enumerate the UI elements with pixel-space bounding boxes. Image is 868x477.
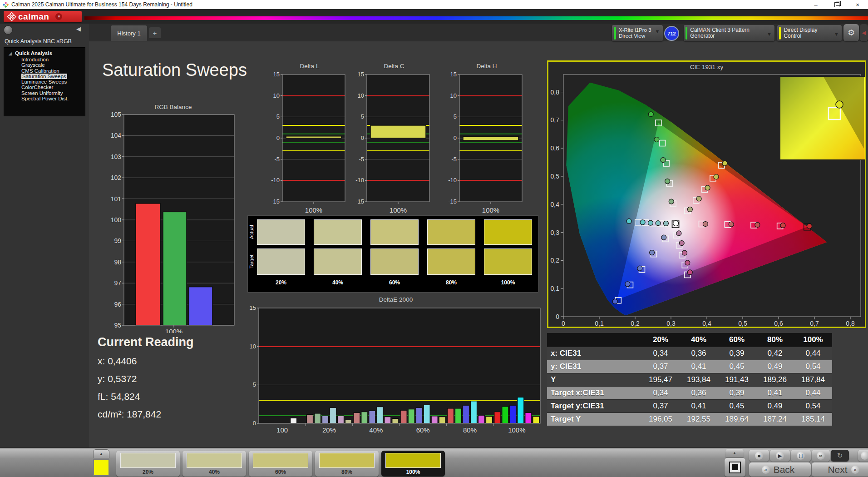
table-cell: 0,45 bbox=[718, 402, 756, 411]
meter-selector[interactable]: X-Rite i1Pro 3Direct View ▼ bbox=[612, 25, 663, 41]
table-cell: 0,37 bbox=[641, 402, 680, 411]
play-button[interactable]: ▶ bbox=[770, 450, 790, 462]
level-label: 100% bbox=[381, 469, 445, 475]
table-cell: 0,41 bbox=[680, 362, 718, 371]
svg-text:10: 10 bbox=[273, 92, 280, 99]
deltae-bar bbox=[361, 412, 368, 423]
sidebar-collapse-icon[interactable]: ◀ bbox=[76, 25, 81, 32]
sidebar-options-button[interactable] bbox=[4, 25, 13, 35]
deltae-bar bbox=[315, 413, 321, 423]
svg-text:100: 100 bbox=[111, 216, 122, 224]
next-chevrons-icon: » bbox=[851, 466, 859, 474]
sidebar-item-spectral-power[interactable]: Spectral Power Dist. bbox=[4, 96, 85, 101]
svg-text:-15: -15 bbox=[271, 198, 280, 205]
svg-text:0,7: 0,7 bbox=[810, 320, 819, 327]
pattern-level-button-20%[interactable]: 20% bbox=[116, 451, 180, 477]
table-cell: 0,49 bbox=[756, 362, 794, 371]
tab-history-1[interactable]: History 1 bbox=[111, 25, 147, 41]
pattern-window-button[interactable] bbox=[725, 458, 745, 477]
pattern-level-button-100%[interactable]: 100% bbox=[381, 451, 445, 477]
reading-fl: fL: 54,824 bbox=[98, 391, 194, 402]
delta-l-chart: Delta L 151050-5-10-15100% bbox=[271, 63, 349, 217]
sidebar-item-introduction[interactable]: Introduction bbox=[4, 57, 85, 62]
pattern-level-button-80%[interactable]: 80% bbox=[315, 451, 379, 477]
pattern-generator-selector[interactable]: CalMAN Client 3 Pattern Generator ▼ bbox=[684, 25, 774, 41]
cie-1931-chart[interactable]: CIE 1931 xy 00,10,20,30,40,50,60,70,800,… bbox=[547, 60, 866, 328]
target-marker bbox=[829, 108, 840, 119]
calman-menu-button[interactable]: calman ▼ bbox=[4, 11, 82, 22]
current-reading: Current Reading x: 0,4406 y: 0,5372 fL: … bbox=[98, 335, 194, 427]
settings-button[interactable]: ⚙ bbox=[843, 24, 859, 41]
svg-text:0: 0 bbox=[562, 320, 565, 327]
sidebar-item-grayscale[interactable]: Grayscale bbox=[4, 62, 85, 68]
sidebar-item-saturation-sweeps[interactable]: Saturation Sweeps bbox=[4, 74, 85, 79]
swatch-target-40% bbox=[314, 248, 362, 275]
pattern-stepper-up-button[interactable]: ▲ bbox=[93, 449, 109, 458]
swatch-row-label: Actual bbox=[249, 219, 256, 245]
collapse-panel-button[interactable]: ◀ bbox=[860, 24, 868, 41]
minimize-button[interactable]: – bbox=[805, 0, 826, 9]
chart-title: Delta H bbox=[448, 63, 526, 71]
deltae-bar bbox=[385, 417, 391, 423]
rgb-balance-chart: RGB Balance 9596979899100101102103104105… bbox=[110, 104, 236, 335]
level-swatch bbox=[253, 453, 308, 468]
sidebar-item-cms-calibration[interactable]: CMS Calibration bbox=[4, 68, 85, 74]
continuous-button[interactable]: ∞ bbox=[812, 450, 830, 462]
table-cell: 0,34 bbox=[641, 349, 680, 358]
pattern-stepper-swatch[interactable] bbox=[93, 459, 109, 476]
app-icon bbox=[3, 2, 9, 8]
swatch-col-label: 100% bbox=[484, 279, 532, 286]
close-button[interactable]: × bbox=[847, 0, 868, 9]
chevron-down-icon: ▼ bbox=[834, 31, 839, 37]
sidebar-item-colorchecker[interactable]: ColorChecker bbox=[4, 84, 85, 90]
table-row: x: CIE310,340,360,390,420,44 bbox=[547, 347, 832, 360]
logo-dropdown-icon[interactable]: ▼ bbox=[55, 13, 62, 20]
sidebar-item-screen-uniformity[interactable]: Screen Uniformity bbox=[4, 90, 85, 96]
deltae-bar bbox=[525, 412, 532, 423]
table-cell: 189,64 bbox=[718, 415, 756, 424]
meter-count-badge[interactable]: 712 bbox=[664, 26, 679, 41]
svg-text:0: 0 bbox=[454, 134, 457, 141]
back-chevrons-icon: « bbox=[762, 466, 770, 474]
svg-text:0,8: 0,8 bbox=[551, 89, 560, 96]
next-button[interactable]: Next » bbox=[812, 462, 868, 477]
meter-status-bar bbox=[614, 27, 616, 40]
stop-button[interactable]: ■ bbox=[749, 450, 769, 462]
loop-button[interactable]: ↻ bbox=[831, 450, 849, 462]
delta-h-plot: 151050-5-10-15100% bbox=[448, 71, 526, 215]
back-button[interactable]: « Back bbox=[749, 462, 811, 477]
tree-root[interactable]: ◢ Quick Analysis bbox=[4, 50, 85, 57]
restore-button[interactable] bbox=[826, 0, 847, 9]
svg-text:0,7: 0,7 bbox=[551, 116, 560, 124]
level-swatch bbox=[319, 453, 375, 468]
level-label: 40% bbox=[182, 469, 246, 475]
measured-point-cyan bbox=[648, 220, 653, 225]
measured-point-yellow bbox=[696, 196, 701, 201]
sidebar-item-luminance-sweeps[interactable]: Luminance Sweeps bbox=[4, 79, 85, 84]
svg-text:97: 97 bbox=[114, 279, 121, 287]
svg-text:100%: 100% bbox=[165, 328, 182, 333]
expander-icon[interactable]: ◢ bbox=[9, 50, 12, 57]
extra-button[interactable] bbox=[858, 450, 868, 462]
pattern-level-button-40%[interactable]: 40% bbox=[182, 451, 246, 477]
add-tab-button[interactable]: + bbox=[149, 27, 161, 38]
table-header: 80% bbox=[756, 335, 794, 344]
pattern-level-button-60%[interactable]: 60% bbox=[249, 451, 312, 477]
row-label: Y bbox=[547, 375, 641, 384]
deltae-bar bbox=[338, 416, 344, 423]
swatch-col-label: 20% bbox=[257, 279, 305, 286]
title-bar: Calman 2025 Calman Ultimate for Business… bbox=[0, 0, 868, 9]
pattern-window-up-button[interactable]: ▲ bbox=[725, 449, 744, 457]
table-header: 40% bbox=[680, 335, 718, 344]
svg-text:15: 15 bbox=[273, 71, 280, 78]
deltae-bar bbox=[448, 408, 454, 423]
deltae-bar bbox=[392, 419, 399, 423]
swatch-target-80% bbox=[427, 248, 475, 275]
table-cell: 0,54 bbox=[794, 362, 832, 371]
deltae-bar bbox=[502, 407, 508, 423]
svg-text:15: 15 bbox=[250, 304, 256, 311]
display-control-selector[interactable]: Direct Display Control ▼ bbox=[777, 25, 842, 41]
range-button[interactable]: [·] bbox=[791, 450, 811, 462]
svg-text:20%: 20% bbox=[322, 426, 336, 434]
deltae-bar bbox=[424, 405, 430, 423]
